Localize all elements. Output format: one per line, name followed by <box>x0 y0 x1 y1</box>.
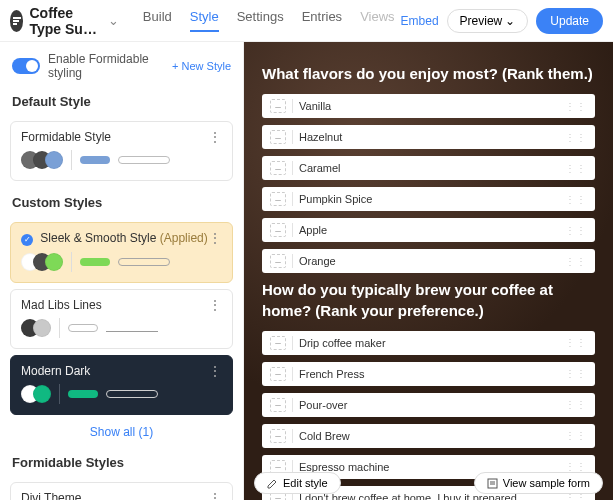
style-card-formidable[interactable]: Formidable Style ⋮ <box>10 121 233 181</box>
question-2: How do you typically brew your coffee at… <box>262 280 595 321</box>
drag-grip-icon[interactable]: ⋮⋮ <box>565 461 587 472</box>
style-name: ✓ Sleek & Smooth Style (Applied) <box>21 231 208 246</box>
question-1: What flavors do you enjoy most? (Rank th… <box>262 64 595 84</box>
divider <box>59 384 60 404</box>
rank-label: Drip coffee maker <box>299 337 386 349</box>
swatch-dot <box>45 151 63 169</box>
preview-footer: Edit style View sample form <box>244 472 613 494</box>
rank-label: Hazelnut <box>299 131 342 143</box>
tab-views[interactable]: Views <box>360 9 394 32</box>
rank-number-placeholder: – <box>270 99 286 113</box>
form-preview: What flavors do you enjoy most? (Rank th… <box>244 42 613 500</box>
rank-label: French Press <box>299 368 364 380</box>
swatches <box>21 150 222 170</box>
style-name: Formidable Style <box>21 130 111 144</box>
drag-grip-icon[interactable]: ⋮⋮ <box>565 430 587 441</box>
swatch-dot <box>33 319 51 337</box>
rank-number-placeholder: – <box>270 254 286 268</box>
rank-item[interactable]: –Hazelnut⋮⋮ <box>262 125 595 149</box>
svg-rect-0 <box>13 17 21 19</box>
view-sample-button[interactable]: View sample form <box>474 472 603 494</box>
kebab-icon[interactable]: ⋮ <box>208 130 222 144</box>
drag-grip-icon[interactable]: ⋮⋮ <box>565 337 587 348</box>
app-logo-icon <box>10 10 23 32</box>
tab-settings[interactable]: Settings <box>237 9 284 32</box>
header-actions: Embed Preview⌄ Update <box>401 8 603 34</box>
enable-styling-label: Enable Formidable styling <box>48 52 172 80</box>
rank-label: Cold Brew <box>299 430 350 442</box>
rank-number-placeholder: – <box>270 398 286 412</box>
check-icon: ✓ <box>21 234 33 246</box>
style-card-moderndark[interactable]: Modern Dark ⋮ <box>10 355 233 415</box>
divider <box>292 398 293 412</box>
nav-tabs: Build Style Settings Entries Views <box>143 9 395 32</box>
rank-number-placeholder: – <box>270 223 286 237</box>
tab-entries[interactable]: Entries <box>302 9 342 32</box>
preview-button[interactable]: Preview⌄ <box>447 9 529 33</box>
kebab-icon[interactable]: ⋮ <box>208 491 222 501</box>
rank-item[interactable]: –Pumpkin Spice⋮⋮ <box>262 187 595 211</box>
svg-rect-2 <box>13 23 17 25</box>
pill <box>68 390 98 398</box>
swatch-dot <box>33 385 51 403</box>
kebab-icon[interactable]: ⋮ <box>208 231 222 245</box>
drag-grip-icon[interactable]: ⋮⋮ <box>565 163 587 174</box>
update-button[interactable]: Update <box>536 8 603 34</box>
styling-toggle-row: Enable Formidable styling + New Style <box>0 42 243 86</box>
rank-number-placeholder: – <box>270 336 286 350</box>
drag-grip-icon[interactable]: ⋮⋮ <box>565 256 587 267</box>
rank-item[interactable]: –Pour-over⋮⋮ <box>262 393 595 417</box>
rank-label: Vanilla <box>299 100 331 112</box>
style-card-sleek-applied[interactable]: ✓ Sleek & Smooth Style (Applied) ⋮ <box>10 222 233 283</box>
new-style-link[interactable]: + New Style <box>172 60 231 72</box>
chevron-down-icon[interactable]: ⌄ <box>108 13 119 28</box>
drag-grip-icon[interactable]: ⋮⋮ <box>565 399 587 410</box>
divider <box>292 429 293 443</box>
svg-rect-1 <box>13 20 19 22</box>
rank-item[interactable]: –French Press⋮⋮ <box>262 362 595 386</box>
rank-label: Caramel <box>299 162 341 174</box>
rank-number-placeholder: – <box>270 429 286 443</box>
kebab-icon[interactable]: ⋮ <box>208 364 222 378</box>
drag-grip-icon[interactable]: ⋮⋮ <box>565 194 587 205</box>
rank-item[interactable]: –Caramel⋮⋮ <box>262 156 595 180</box>
chevron-down-icon: ⌄ <box>505 14 515 28</box>
applied-suffix: (Applied) <box>160 231 208 245</box>
divider <box>292 161 293 175</box>
drag-grip-icon[interactable]: ⋮⋮ <box>565 368 587 379</box>
rank-number-placeholder: – <box>270 130 286 144</box>
divider <box>292 130 293 144</box>
rank-item[interactable]: –Drip coffee maker⋮⋮ <box>262 331 595 355</box>
drag-grip-icon[interactable]: ⋮⋮ <box>565 101 587 112</box>
rank-item[interactable]: –Vanilla⋮⋮ <box>262 94 595 118</box>
rank-item[interactable]: –Apple⋮⋮ <box>262 218 595 242</box>
tab-build[interactable]: Build <box>143 9 172 32</box>
preview-label: Preview <box>460 14 503 28</box>
rank-number-placeholder: – <box>270 161 286 175</box>
enable-styling-toggle[interactable] <box>12 58 40 74</box>
kebab-icon[interactable]: ⋮ <box>208 298 222 312</box>
edit-style-button[interactable]: Edit style <box>254 472 341 494</box>
edit-style-label: Edit style <box>283 477 328 489</box>
rank-item[interactable]: –Cold Brew⋮⋮ <box>262 424 595 448</box>
pill <box>106 324 158 332</box>
embed-link[interactable]: Embed <box>401 14 439 28</box>
rank-item[interactable]: –Orange⋮⋮ <box>262 249 595 273</box>
pill <box>106 390 158 398</box>
drag-grip-icon[interactable]: ⋮⋮ <box>565 225 587 236</box>
pill <box>118 156 170 164</box>
section-default-style: Default Style <box>0 86 243 115</box>
divider <box>292 336 293 350</box>
drag-grip-icon[interactable]: ⋮⋮ <box>565 132 587 143</box>
show-all-link[interactable]: Show all (1) <box>0 421 243 447</box>
pencil-icon <box>267 478 278 489</box>
tab-style[interactable]: Style <box>190 9 219 32</box>
style-name: Modern Dark <box>21 364 90 378</box>
style-card-madlibs[interactable]: Mad Libs Lines ⋮ <box>10 289 233 349</box>
divider <box>59 318 60 338</box>
style-card-divi[interactable]: Divi Theme ⋮ <box>10 482 233 501</box>
pill <box>68 324 98 332</box>
rank-number-placeholder: – <box>270 367 286 381</box>
pill <box>80 156 110 164</box>
rank-label: Pour-over <box>299 399 347 411</box>
